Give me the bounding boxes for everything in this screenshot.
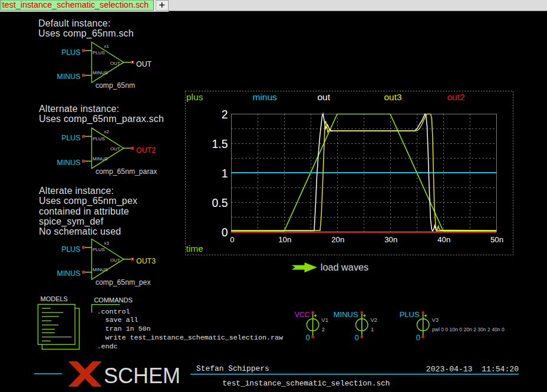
svg-text:out3: out3 (384, 92, 402, 102)
svg-text:Uses comp_65nm_parax.sch: Uses comp_65nm_parax.sch (39, 114, 164, 124)
svg-text:OUT2: OUT2 (136, 146, 156, 154)
svg-text:time: time (186, 243, 203, 253)
svg-text:comp_65nm_pex: comp_65nm_pex (95, 278, 151, 286)
svg-text:x1: x1 (104, 44, 110, 49)
svg-text:comp_65nm_parax: comp_65nm_parax (95, 167, 157, 176)
svg-text:load waves: load waves (321, 262, 368, 272)
svg-text:2: 2 (322, 326, 325, 332)
svg-text:20n: 20n (331, 235, 344, 244)
svg-text:MODELS: MODELS (41, 295, 68, 302)
svg-text:pwl 0 0 10n 0 20n 2 30n 2 40n: pwl 0 0 10n 0 20n 2 30n 2 40n 0 (432, 327, 505, 332)
svg-text:2023-04-13 11:54:20: 2023-04-13 11:54:20 (426, 365, 519, 374)
svg-text:50n: 50n (490, 235, 503, 244)
svg-text:out2: out2 (447, 92, 465, 102)
svg-text:Default instance:: Default instance: (38, 18, 111, 28)
svg-text:No schematic used: No schematic used (39, 226, 121, 236)
svg-text:V1: V1 (321, 317, 328, 323)
svg-text:out: out (318, 92, 331, 102)
svg-text:comp_65nm: comp_65nm (95, 81, 135, 90)
svg-text:SCHEM: SCHEM (104, 364, 180, 388)
svg-text:test_instance_schematic_select: test_instance_schematic_selection.sch (222, 379, 390, 388)
svg-text:40n: 40n (437, 235, 450, 244)
svg-text:1.5: 1.5 (212, 137, 228, 150)
svg-text:1: 1 (371, 326, 374, 332)
svg-text:MINUS: MINUS (334, 310, 358, 319)
svg-text:x2: x2 (104, 129, 110, 134)
svg-text:2: 2 (222, 108, 228, 121)
svg-text:30n: 30n (384, 235, 397, 244)
svg-text:spice_sym_def: spice_sym_def (39, 216, 104, 227)
svg-text:OUT3: OUT3 (136, 257, 156, 265)
svg-text:save all: save all (105, 316, 138, 324)
svg-text:.endc: .endc (97, 342, 117, 351)
svg-text:PLUS: PLUS (400, 310, 420, 319)
svg-text:Stefan Schippers: Stefan Schippers (196, 364, 269, 373)
svg-text:COMMANDS: COMMANDS (94, 297, 132, 304)
svg-text:1: 1 (222, 167, 228, 180)
svg-text:V3: V3 (431, 317, 439, 323)
svg-text:contained in attribute: contained in attribute (39, 206, 129, 216)
svg-text:0.5: 0.5 (212, 196, 228, 209)
svg-text:write test_instance_schematic_: write test_instance_schematic_selection.… (105, 334, 283, 342)
svg-text:0: 0 (230, 235, 234, 244)
svg-text:VCC: VCC (295, 311, 310, 319)
svg-text:Alternate instance:: Alternate instance: (39, 104, 119, 114)
svg-text:tran 1n 50n: tran 1n 50n (105, 325, 150, 333)
svg-text:x3: x3 (104, 241, 110, 246)
svg-text:Alterate instance:: Alterate instance: (39, 186, 114, 196)
svg-text:0: 0 (222, 226, 228, 239)
svg-text:plus: plus (186, 92, 203, 102)
svg-text:0: 0 (355, 333, 359, 342)
svg-text:.control: .control (97, 308, 130, 316)
svg-text:minus: minus (253, 92, 278, 102)
svg-text:Uses comp_65nm.sch: Uses comp_65nm.sch (38, 28, 134, 39)
svg-text:V2: V2 (371, 317, 378, 323)
svg-text:10n: 10n (278, 235, 291, 244)
svg-text:0: 0 (306, 333, 310, 342)
svg-text:OUT: OUT (136, 60, 152, 68)
svg-text:test_instance_schematic_select: test_instance_schematic_selection.sch (2, 0, 149, 9)
svg-text:Uses comp_65nm_pex: Uses comp_65nm_pex (39, 196, 137, 206)
svg-text:0: 0 (416, 333, 420, 342)
